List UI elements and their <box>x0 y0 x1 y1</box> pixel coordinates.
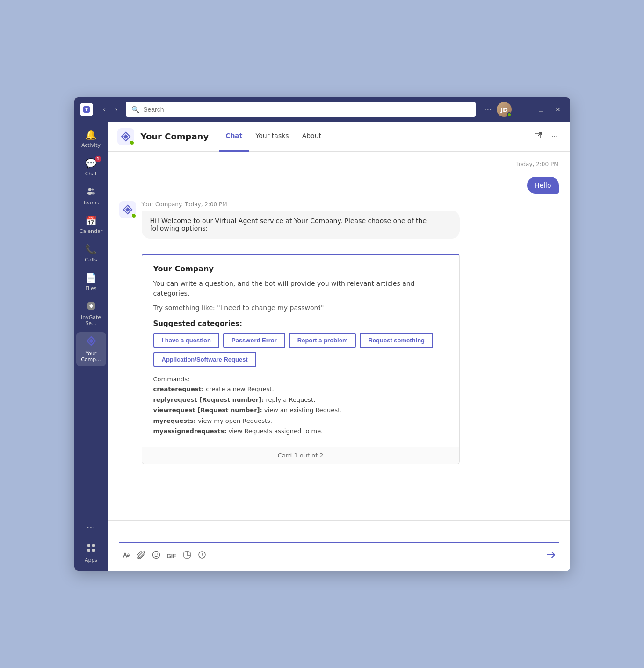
content-area: Your Company Chat Your tasks About ··· <box>108 122 570 571</box>
teams-window: T ‹ › 🔍 ··· JD — □ ✕ 🔔 Activity <box>74 97 570 571</box>
chat-header: Your Company Chat Your tasks About ··· <box>108 122 570 152</box>
btn-software[interactable]: Application/Software Request <box>153 352 256 367</box>
nav-buttons: ‹ › <box>100 103 122 116</box>
svg-point-2 <box>88 188 91 191</box>
search-icon: 🔍 <box>131 106 139 113</box>
send-button[interactable] <box>543 547 559 565</box>
svg-marker-8 <box>89 339 94 343</box>
sidebar-item-label: Chat <box>85 171 97 177</box>
search-bar[interactable]: 🔍 <box>126 102 476 117</box>
popout-button[interactable] <box>532 129 545 144</box>
teams-logo: T <box>80 103 93 116</box>
app-icon <box>117 128 134 145</box>
apps-icon <box>86 543 96 555</box>
command-viewrequest: viewrequest [Request number]: view an ex… <box>153 406 448 415</box>
sidebar-item-apps[interactable]: Apps <box>76 539 106 567</box>
sidebar-item-calls[interactable]: 📞 Calls <box>76 240 106 267</box>
sidebar-item-yourcomp[interactable]: Your Comp... <box>76 332 106 366</box>
calendar-icon: 📅 <box>85 215 97 226</box>
sidebar-item-label: Teams <box>83 200 99 206</box>
sidebar-item-label: Activity <box>81 142 101 148</box>
sidebar-item-teams[interactable]: Teams <box>76 182 106 210</box>
avatar-wrap: JD <box>497 102 512 117</box>
bot-message: Your Company. Today, 2:00 PM Hi! Welcome… <box>119 201 559 239</box>
command-myassignedrequests: myassignedrequests: view Requests assign… <box>153 427 448 436</box>
sidebar-item-files[interactable]: 📄 Files <box>76 269 106 295</box>
user-message: Hello <box>527 177 559 194</box>
svg-rect-9 <box>87 544 90 547</box>
svg-marker-14 <box>123 134 128 139</box>
tab-chat[interactable]: Chat <box>219 122 249 152</box>
more-apps-dots[interactable]: ··· <box>87 522 95 533</box>
sidebar-item-label: Files <box>85 285 96 291</box>
svg-point-5 <box>91 192 95 195</box>
forward-button[interactable]: › <box>111 103 121 116</box>
svg-rect-11 <box>87 549 90 552</box>
sticker-button[interactable] <box>180 548 194 564</box>
bot-sender-time: Your Company. Today, 2:00 PM <box>142 201 559 208</box>
bot-status-indicator <box>131 213 136 218</box>
titlebar-right: ··· JD — □ ✕ <box>484 102 564 117</box>
format-button[interactable] <box>119 548 133 564</box>
avatar-status <box>507 112 512 117</box>
more-options-icon[interactable]: ··· <box>484 105 492 115</box>
chat-badge: 1 <box>95 156 101 162</box>
card-hint: Try something like: "I need to change my… <box>153 303 448 313</box>
message-input[interactable] <box>121 530 557 538</box>
maximize-button[interactable]: □ <box>535 104 546 115</box>
message-timestamp: Today, 2:00 PM <box>119 161 559 167</box>
teams-icon <box>87 186 96 198</box>
sidebar-item-invgate[interactable]: InvGate Se... <box>76 297 106 330</box>
commands-section: Commands: createrequest: create a new Re… <box>153 376 448 436</box>
activity-icon: 🔔 <box>85 129 97 140</box>
card-description: You can write a question, and the bot wi… <box>153 279 448 298</box>
message-toolbar: GIF <box>119 547 559 565</box>
command-myrequests: myrequests: view my open Requests. <box>153 416 448 426</box>
search-input[interactable] <box>143 106 470 113</box>
svg-rect-12 <box>92 549 95 552</box>
app-body: 🔔 Activity 💬 1 Chat Teams <box>74 122 570 571</box>
message-input-box[interactable] <box>119 526 559 543</box>
command-replyrequest: replyrequest [Request number]: reply a R… <box>153 395 448 405</box>
svg-rect-10 <box>92 544 95 547</box>
btn-request[interactable]: Request something <box>360 333 433 348</box>
svg-text:T: T <box>85 107 88 112</box>
btn-password[interactable]: Password Error <box>223 333 285 348</box>
tab-about[interactable]: About <box>296 122 328 152</box>
emoji-button[interactable] <box>149 548 163 564</box>
bot-avatar <box>119 201 136 218</box>
btn-problem[interactable]: Report a problem <box>289 333 356 348</box>
sidebar-item-label: Apps <box>85 557 97 563</box>
suggested-label: Suggested categories: <box>153 319 448 328</box>
commands-label: Commands: <box>153 376 448 383</box>
back-button[interactable]: ‹ <box>100 103 109 116</box>
invgate-icon <box>86 301 96 312</box>
svg-marker-17 <box>125 207 130 212</box>
tab-your-tasks[interactable]: Your tasks <box>249 122 296 152</box>
close-button[interactable]: ✕ <box>551 104 564 115</box>
chat-header-actions: ··· <box>532 129 560 144</box>
sidebar-item-label: Your Comp... <box>79 350 103 363</box>
sidebar-item-activity[interactable]: 🔔 Activity <box>76 125 106 152</box>
sidebar-item-calendar[interactable]: 📅 Calendar <box>76 211 106 238</box>
card-pagination: Card 1 out of 2 <box>142 447 459 464</box>
app-status-indicator <box>130 140 134 145</box>
sidebar: 🔔 Activity 💬 1 Chat Teams <box>74 122 108 571</box>
chat-header-tabs: Chat Your tasks About <box>219 122 328 152</box>
bot-bubble: Hi! Welcome to our Virtual Agent service… <box>142 211 460 239</box>
calls-icon: 📞 <box>85 244 97 255</box>
svg-point-18 <box>152 552 159 559</box>
sidebar-item-chat[interactable]: 💬 1 Chat <box>76 154 106 181</box>
attach-button[interactable] <box>134 548 148 564</box>
more-actions-button[interactable] <box>195 548 209 564</box>
svg-point-19 <box>154 554 155 555</box>
gif-button[interactable]: GIF <box>164 550 179 562</box>
header-more-button[interactable]: ··· <box>549 130 560 144</box>
yourcomp-icon <box>86 336 96 349</box>
btn-question[interactable]: I have a question <box>153 333 219 348</box>
minimize-button[interactable]: — <box>516 104 530 115</box>
card-buttons: I have a question Password Error Report … <box>153 333 448 367</box>
chat-body: Today, 2:00 PM Hello Your Company. Today… <box>108 152 570 520</box>
files-icon: 📄 <box>85 272 97 283</box>
sidebar-item-label: Calls <box>85 257 97 263</box>
